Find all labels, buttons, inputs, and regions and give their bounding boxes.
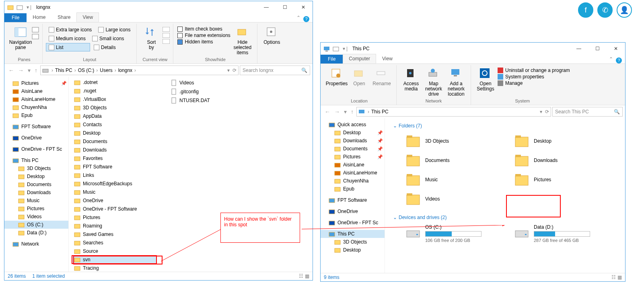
file-list-col1[interactable]: .dotnet.nuget.VirtualBox3D ObjectsAppDat…	[72, 78, 156, 272]
sort-by-button[interactable]: Sort by	[140, 25, 163, 51]
nav-item[interactable]: 3D Objects	[4, 164, 68, 172]
nav-item[interactable]: Desktop📌	[321, 129, 385, 137]
file-item[interactable]: FPT Software	[72, 163, 156, 171]
layout-small-icons[interactable]: Small icons	[89, 34, 127, 43]
forward-button[interactable]: →	[333, 108, 342, 116]
nav-item[interactable]: OneDrive	[321, 207, 385, 215]
file-item[interactable]: Contacts	[72, 121, 156, 129]
nav-item[interactable]: Downloads📌	[321, 137, 385, 145]
quickaccess-icon[interactable]	[15, 3, 24, 12]
drive-tile[interactable]: OS (C:)106 GB free of 200 GB	[405, 224, 502, 243]
nav-item[interactable]: OneDrive	[4, 134, 68, 142]
nav-item[interactable]: Network	[4, 240, 68, 248]
crumb-thispc[interactable]: This PC	[371, 109, 389, 115]
tab-view[interactable]: View	[76, 12, 99, 22]
close-button[interactable]: ✕	[607, 43, 625, 55]
uninstall-link[interactable]: Uninstall or change a program	[498, 68, 570, 73]
address-bar[interactable]: ›This PC ▾ ⟳	[356, 107, 551, 117]
view-large-icon[interactable]: ▦	[305, 273, 309, 279]
folder-tile[interactable]: Downloads	[514, 152, 610, 169]
folder-tile[interactable]: Documents	[405, 152, 502, 169]
options-button[interactable]: Options	[261, 25, 283, 46]
nav-item[interactable]: ChuyenNha	[321, 177, 385, 185]
dropdown-icon[interactable]: ▾ |	[341, 44, 350, 53]
help-icon[interactable]: ?	[303, 16, 309, 22]
nav-item[interactable]: Quick access	[321, 121, 385, 129]
file-item[interactable]: OneDrive - FPT Software	[72, 205, 156, 213]
search-box[interactable]: Search longnx🔍	[240, 66, 310, 75]
nav-item[interactable]: FPT Software	[321, 196, 385, 204]
layout-extra-large-icons[interactable]: Extra large icons	[46, 25, 95, 34]
hide-selected-button[interactable]: Hide selected items	[231, 25, 254, 56]
check-hidden-items[interactable]: Hidden items	[177, 39, 230, 45]
nav-item[interactable]: Desktop	[321, 246, 385, 254]
quickaccess-icon[interactable]	[331, 44, 340, 53]
address-bar[interactable]: ›This PC ›OS (C:) ›Users ›longnx › ▾ ⟳	[40, 66, 239, 75]
tab-home[interactable]: Home	[27, 12, 51, 22]
nav-item[interactable]: Epub	[321, 185, 385, 193]
file-item[interactable]: Links	[72, 171, 156, 179]
view-large-icon[interactable]: ▦	[617, 275, 622, 280]
recent-button[interactable]: ▾	[26, 66, 32, 74]
file-item[interactable]: .nuget	[72, 87, 156, 95]
nav-item[interactable]: Videos	[4, 213, 68, 221]
nav-item[interactable]: Documents📌	[321, 145, 385, 153]
tab-file[interactable]: File	[321, 55, 343, 64]
help-icon[interactable]: ?	[616, 57, 622, 64]
titlebar[interactable]: ▾ | longnx — ☐ ✕	[4, 1, 313, 13]
nav-item[interactable]: FPT Software	[4, 123, 68, 131]
nav-item[interactable]: AisinLaneHome	[321, 169, 385, 177]
file-item[interactable]: NTUSER.DAT	[169, 96, 253, 104]
minimize-button[interactable]: —	[257, 1, 276, 13]
drive-tile[interactable]: Data (D:)287 GB free of 465 GB	[514, 224, 610, 243]
recent-button[interactable]: ▾	[342, 108, 348, 116]
groupby-icon[interactable]	[163, 27, 170, 32]
tab-computer[interactable]: Computer	[343, 54, 376, 64]
nav-item[interactable]: OS (C:)	[4, 221, 68, 229]
crumb-osc[interactable]: OS (C:)	[78, 68, 95, 73]
nav-item[interactable]: ChuyenNha	[4, 103, 68, 111]
open-settings-button[interactable]: Open Settings	[474, 67, 497, 92]
nav-item[interactable]: OneDrive - FPT Sc	[4, 145, 68, 153]
nav-item[interactable]: Data (D:)	[4, 229, 68, 237]
content-area[interactable]: ⌄Folders (7) 3D ObjectsDesktopDocumentsD…	[385, 118, 625, 273]
up-button[interactable]: ↑	[349, 108, 355, 116]
collapse-ribbon-icon[interactable]: ⌃	[609, 56, 613, 62]
nav-item[interactable]: OneDrive - FPT Sc	[321, 219, 385, 227]
navigation-pane[interactable]: Pictures📌AisinLaneAisinLaneHomeChuyenNha…	[4, 77, 69, 272]
nav-item[interactable]: Downloads	[4, 189, 68, 197]
search-box[interactable]: Search This PC🔍	[552, 107, 623, 117]
navigation-pane-button[interactable]: Navigation pane	[9, 25, 32, 51]
nav-item[interactable]: This PC	[4, 156, 68, 164]
folder-tile[interactable]: Videos	[405, 191, 502, 207]
folder-tile[interactable]: Pictures	[514, 171, 610, 188]
file-item[interactable]: Videos	[169, 78, 253, 87]
file-item[interactable]: Favorites	[72, 154, 156, 162]
system-properties-link[interactable]: System properties	[498, 74, 570, 80]
collapse-ribbon-icon[interactable]: ⌃	[296, 15, 300, 20]
nav-item[interactable]: Documents	[4, 180, 68, 189]
properties-button[interactable]: Properties	[325, 67, 348, 87]
map-network-drive-button[interactable]: Map network drive	[422, 67, 445, 98]
file-item[interactable]: Music	[72, 188, 156, 196]
nav-item[interactable]: This PC	[321, 230, 385, 238]
file-item[interactable]: Saved Games	[72, 230, 156, 238]
addcolumns-icon[interactable]	[163, 33, 170, 38]
tab-share[interactable]: Share	[51, 12, 76, 22]
preview-pane-icon[interactable]	[32, 27, 39, 33]
file-item[interactable]: Downloads	[72, 146, 156, 154]
file-item[interactable]: Documents	[72, 137, 156, 145]
layout-medium-icons[interactable]: Medium icons	[46, 34, 88, 43]
nav-item[interactable]: AisinLane	[321, 161, 385, 169]
tab-view[interactable]: View	[376, 54, 399, 64]
close-button[interactable]: ✕	[294, 1, 313, 13]
file-item[interactable]: Source	[72, 247, 156, 255]
forward-button[interactable]: →	[16, 66, 25, 74]
tab-file[interactable]: File	[4, 13, 27, 22]
file-item[interactable]: MicrosoftEdgeBackups	[72, 180, 156, 188]
nav-item[interactable]: Pictures📌	[4, 79, 68, 87]
navigation-pane[interactable]: Quick accessDesktop📌Downloads📌Documents📌…	[321, 118, 385, 273]
file-item[interactable]: Desktop	[72, 129, 156, 137]
sizecolumns-icon[interactable]	[163, 39, 170, 44]
folder-tile[interactable]: Music	[405, 171, 502, 188]
